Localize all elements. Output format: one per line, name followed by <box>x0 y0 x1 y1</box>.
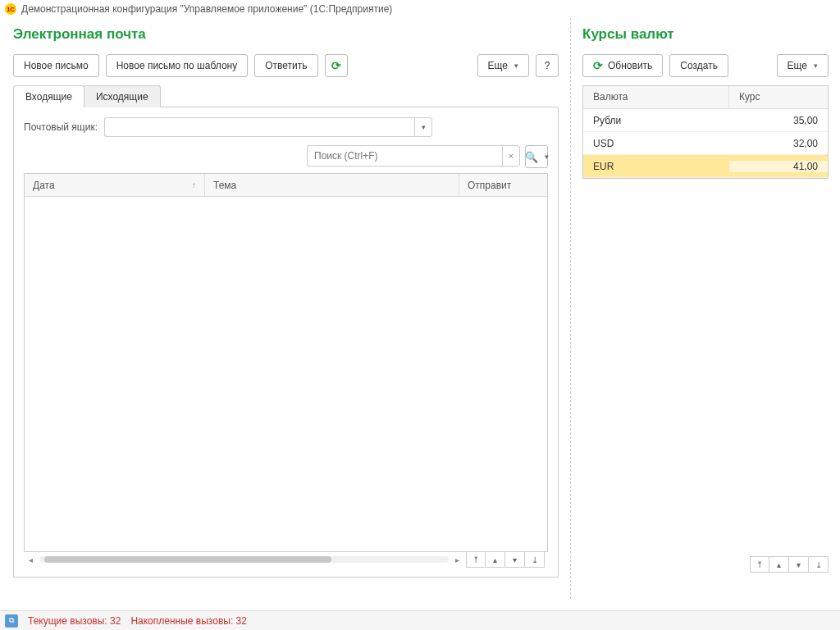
mailbox-label: Почтовый ящик: <box>24 121 98 133</box>
nav-first-button[interactable]: ⤒ <box>466 551 486 568</box>
nav-up-button[interactable]: ▴ <box>486 551 505 568</box>
refresh-button[interactable]: ⟳ <box>325 54 348 77</box>
window-title: Демонстрационная конфигурация "Управляем… <box>21 3 392 15</box>
status-accumulated-calls: Накопленные вызовы: 32 <box>130 615 247 627</box>
email-panel-title: Электронная почта <box>13 26 559 43</box>
nav-up-button[interactable]: ▴ <box>769 556 789 573</box>
help-button[interactable]: ? <box>536 54 559 77</box>
hscroll: ◂ ▸ ⤒ ▴ ▾ ⤓ <box>24 552 548 567</box>
col-subject[interactable]: Тема <box>205 174 459 196</box>
refresh-icon: ⟳ <box>593 59 603 72</box>
status-icon: ⧉ <box>5 614 18 628</box>
nav-last-button[interactable]: ⤓ <box>809 556 829 573</box>
currency-row[interactable]: Рубли35,00 <box>583 109 828 132</box>
mailbox-input[interactable] <box>104 117 414 137</box>
email-toolbar: Новое письмо Новое письмо по шаблону Отв… <box>13 54 559 77</box>
search-input[interactable] <box>307 145 502 167</box>
currency-name: Рубли <box>583 115 729 126</box>
create-button[interactable]: Создать <box>669 54 728 77</box>
inbox-panel: Почтовый ящик: ▾ × 🔍▾ Дата↑ Тема Отправи… <box>13 107 559 578</box>
chevron-down-icon: ▾ <box>545 153 549 161</box>
rates-panel: Курсы валют ⟳Обновить Создать Еще▾ Валют… <box>571 18 840 599</box>
statusbar: ⧉ Текущие вызовы: 32 Накопленные вызовы:… <box>0 610 840 630</box>
rates-toolbar: ⟳Обновить Создать Еще▾ <box>582 54 829 77</box>
scroll-left-icon[interactable]: ◂ <box>27 555 34 564</box>
email-more-button[interactable]: Еще▾ <box>477 54 529 77</box>
tab-outbox[interactable]: Исходящие <box>84 85 161 107</box>
col-rate[interactable]: Курс <box>729 86 828 108</box>
chevron-down-icon: ▾ <box>814 62 818 70</box>
hscroll-track[interactable] <box>39 556 449 563</box>
chevron-down-icon: ▾ <box>422 123 426 131</box>
rates-more-button[interactable]: Еще▾ <box>777 54 829 77</box>
scroll-right-icon[interactable]: ▸ <box>454 555 461 564</box>
new-from-template-button[interactable]: Новое письмо по шаблону <box>106 54 249 77</box>
currency-row[interactable]: USD32,00 <box>583 132 828 155</box>
hscroll-thumb[interactable] <box>44 556 331 563</box>
rates-refresh-button[interactable]: ⟳Обновить <box>582 54 663 77</box>
app-icon: 1C <box>5 3 16 15</box>
close-icon: × <box>509 151 514 161</box>
currency-name: USD <box>583 138 729 149</box>
currency-rate: 32,00 <box>729 138 828 149</box>
email-panel: Электронная почта Новое письмо Новое пис… <box>0 18 571 599</box>
currency-name: EUR <box>583 161 729 172</box>
rates-panel-title: Курсы валют <box>582 26 829 43</box>
sort-asc-icon: ↑ <box>192 180 196 189</box>
new-message-button[interactable]: Новое письмо <box>13 54 99 77</box>
tab-inbox[interactable]: Входящие <box>13 85 84 107</box>
email-tabs: Входящие Исходящие <box>13 85 559 107</box>
mailbox-dropdown[interactable]: ▾ <box>414 117 432 137</box>
col-currency[interactable]: Валюта <box>583 86 729 108</box>
nav-first-button[interactable]: ⤒ <box>750 556 769 573</box>
status-current-calls: Текущие вызовы: 32 <box>28 615 121 627</box>
search-button[interactable]: 🔍▾ <box>525 145 548 168</box>
titlebar: 1C Демонстрационная конфигурация "Управл… <box>0 0 840 18</box>
reply-button[interactable]: Ответить <box>254 54 317 77</box>
email-table-body <box>25 197 547 551</box>
email-table: Дата↑ Тема Отправит <box>24 173 548 552</box>
search-icon: 🔍 <box>525 151 538 163</box>
nav-down-button[interactable]: ▾ <box>789 556 809 573</box>
currency-table: Валюта Курс Рубли35,00USD32,00EUR41,00 <box>582 85 829 179</box>
search-clear-button[interactable]: × <box>502 145 520 167</box>
nav-last-button[interactable]: ⤓ <box>525 551 545 568</box>
currency-rate: 41,00 <box>729 161 828 172</box>
refresh-icon: ⟳ <box>331 59 341 72</box>
col-date[interactable]: Дата↑ <box>25 174 205 196</box>
col-sender[interactable]: Отправит <box>459 174 547 196</box>
chevron-down-icon: ▾ <box>514 62 518 70</box>
currency-row[interactable]: EUR41,00 <box>583 155 828 178</box>
nav-down-button[interactable]: ▾ <box>505 551 525 568</box>
currency-rate: 35,00 <box>729 115 828 126</box>
